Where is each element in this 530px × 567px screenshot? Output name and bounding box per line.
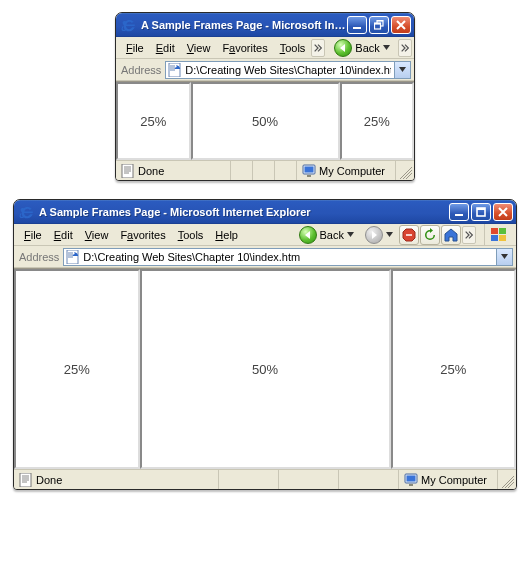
browser-window-small: A Sample Frames Page - Microsoft Intern.…: [115, 12, 415, 181]
frame-center: 50%: [140, 269, 391, 469]
back-button[interactable]: Back: [329, 38, 394, 58]
title-bar[interactable]: A Sample Frames Page - Microsoft Interne…: [14, 200, 516, 224]
address-url: D:\Creating Web Sites\Chapter 10\index.h…: [83, 251, 493, 263]
content-area: 25% 50% 25%: [14, 268, 516, 469]
frameset: 25% 50% 25%: [116, 82, 414, 160]
minimize-button[interactable]: [449, 203, 469, 221]
address-label: Address: [119, 64, 161, 76]
address-label: Address: [17, 251, 59, 263]
refresh-button[interactable]: [420, 225, 440, 245]
address-dropdown-button[interactable]: [394, 61, 410, 79]
frame-left: 25%: [14, 269, 140, 469]
frame-left: 25%: [116, 82, 191, 160]
window-title: A Sample Frames Page - Microsoft Intern.…: [141, 19, 347, 31]
toolbar-overflow-button[interactable]: [462, 226, 476, 244]
document-icon: [19, 473, 33, 487]
menu-bar: File Edit View Favorites Tools Help Back: [14, 224, 516, 246]
resize-grip[interactable]: [498, 472, 514, 488]
status-pane-3: [253, 161, 275, 180]
menu-tools[interactable]: Tools: [274, 40, 312, 56]
status-text: Done: [36, 474, 62, 486]
back-dropdown-icon[interactable]: [383, 44, 390, 51]
menu-overflow-button[interactable]: [311, 39, 325, 57]
address-bar: Address D:\Creating Web Sites\Chapter 10…: [14, 246, 516, 268]
address-url: D:\Creating Web Sites\Chapter 10\index.h…: [185, 64, 391, 76]
menu-help[interactable]: Help: [209, 227, 244, 243]
menu-edit[interactable]: Edit: [150, 40, 181, 56]
ie-app-icon: [121, 17, 137, 33]
zone-text: My Computer: [421, 474, 487, 486]
frame-right: 25%: [391, 269, 517, 469]
menu-view[interactable]: View: [181, 40, 217, 56]
forward-icon: [365, 226, 383, 244]
title-bar[interactable]: A Sample Frames Page - Microsoft Intern.…: [116, 13, 414, 37]
resize-grip[interactable]: [396, 163, 412, 179]
status-pane-4: [275, 161, 297, 180]
close-button[interactable]: [391, 16, 411, 34]
menu-file[interactable]: File: [18, 227, 48, 243]
page-icon: [66, 250, 80, 264]
forward-button[interactable]: [360, 225, 398, 245]
menu-favorites[interactable]: Favorites: [216, 40, 273, 56]
my-computer-icon: [302, 164, 316, 178]
status-pane-3: [279, 470, 339, 489]
back-label: Back: [355, 42, 379, 54]
menu-edit[interactable]: Edit: [48, 227, 79, 243]
menu-bar: File Edit View Favorites Tools Back: [116, 37, 414, 59]
menu-favorites[interactable]: Favorites: [114, 227, 171, 243]
frameset: 25% 50% 25%: [14, 269, 516, 469]
status-text: Done: [138, 165, 164, 177]
back-dropdown-icon[interactable]: [347, 231, 354, 238]
security-zone-pane: My Computer: [297, 161, 396, 180]
stop-button[interactable]: [399, 225, 419, 245]
frame-center: 50%: [191, 82, 340, 160]
status-message-pane: Done: [116, 161, 231, 180]
zone-text: My Computer: [319, 165, 385, 177]
back-icon: [334, 39, 352, 57]
menu-view[interactable]: View: [79, 227, 115, 243]
ie-app-icon: [19, 204, 35, 220]
address-dropdown-button[interactable]: [496, 248, 512, 266]
restore-button[interactable]: [369, 16, 389, 34]
page-icon: [168, 63, 182, 77]
security-zone-pane: My Computer: [399, 470, 498, 489]
status-bar: Done My Computer: [116, 160, 414, 180]
status-bar: Done My Computer: [14, 469, 516, 489]
document-icon: [121, 164, 135, 178]
forward-dropdown-icon[interactable]: [386, 231, 393, 238]
back-button[interactable]: Back: [294, 225, 359, 245]
close-button[interactable]: [493, 203, 513, 221]
menu-tools[interactable]: Tools: [172, 227, 210, 243]
maximize-button[interactable]: [471, 203, 491, 221]
address-bar: Address D:\Creating Web Sites\Chapter 10…: [116, 59, 414, 81]
status-pane-4: [339, 470, 399, 489]
home-button[interactable]: [441, 225, 461, 245]
minimize-button[interactable]: [347, 16, 367, 34]
address-field[interactable]: D:\Creating Web Sites\Chapter 10\index.h…: [63, 248, 513, 266]
toolbar-overflow-button[interactable]: [398, 39, 412, 57]
throbber-flag-icon: [484, 224, 512, 246]
window-title: A Sample Frames Page - Microsoft Interne…: [39, 206, 449, 218]
content-area: 25% 50% 25%: [116, 81, 414, 160]
status-message-pane: Done: [14, 470, 219, 489]
address-field[interactable]: D:\Creating Web Sites\Chapter 10\index.h…: [165, 61, 411, 79]
menu-file[interactable]: File: [120, 40, 150, 56]
back-icon: [299, 226, 317, 244]
my-computer-icon: [404, 473, 418, 487]
browser-window-large: A Sample Frames Page - Microsoft Interne…: [13, 199, 517, 490]
status-pane-2: [231, 161, 253, 180]
frame-right: 25%: [340, 82, 415, 160]
back-label: Back: [320, 229, 344, 241]
status-pane-2: [219, 470, 279, 489]
